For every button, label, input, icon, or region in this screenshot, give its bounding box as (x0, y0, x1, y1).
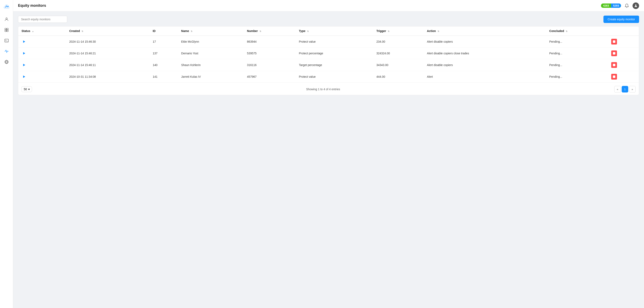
stop-icon-3 (613, 76, 615, 78)
table-header-row: Status ▲ Created ⇅ ID Name ⇅ Number ⇅ Ty… (18, 27, 639, 36)
svg-rect-2 (5, 28, 6, 30)
cell-stop-2 (608, 59, 639, 71)
svg-marker-10 (23, 52, 25, 55)
badge-group: 4283 5293 (601, 4, 621, 8)
pagination-bar: 50 ▾ Showing 1 to 4 of 4 entries « 1 » (18, 82, 639, 95)
col-type: Type ⇅ (296, 27, 373, 36)
play-button-2[interactable] (22, 63, 26, 68)
cell-concluded-2: Pending... (546, 59, 608, 71)
sidebar-item-globe[interactable] (2, 57, 11, 67)
search-input[interactable] (18, 16, 67, 23)
trigger-sort-icon: ⇅ (388, 30, 390, 32)
per-page-chevron: ▾ (28, 88, 30, 91)
cell-action-1: Alert disable copiers close trades (424, 48, 546, 59)
sidebar-item-terminal[interactable] (2, 36, 11, 45)
cell-name-3: Jarrett Kulas IV (178, 71, 244, 83)
cell-created-1: 2024-11-14 15:46:21 (66, 48, 149, 59)
pagination-info: Showing 1 to 4 of 4 entries (306, 88, 340, 91)
stop-button-2[interactable] (611, 62, 617, 68)
name-sort-icon: ⇅ (191, 30, 192, 32)
number-sort-icon: ⇅ (260, 30, 261, 32)
table-row: 2024-10-31 11:34:08 141 Jarrett Kulas IV… (18, 71, 639, 83)
page-content: Create equity monitor Status ▲ Created ⇅… (13, 12, 644, 308)
cell-trigger-1: 324324.00 (373, 48, 424, 59)
page-header: Equity monitors 4283 5293 (13, 0, 644, 12)
cell-created-2: 2024-11-14 15:46:11 (66, 59, 149, 71)
stop-icon-2 (613, 64, 615, 66)
status-sort-icon: ▲ (32, 30, 34, 32)
per-page-select[interactable]: 50 ▾ (22, 86, 32, 92)
play-button-1[interactable] (22, 51, 26, 56)
svg-marker-11 (23, 64, 25, 66)
table-row: 2024-11-14 15:46:21 137 Demario Yost 539… (18, 48, 639, 59)
svg-rect-3 (6, 28, 8, 30)
toolbar: Create equity monitor (18, 16, 639, 23)
cell-type-0: Protect value (296, 36, 373, 48)
cell-concluded-0: Pending... (546, 36, 608, 48)
cell-trigger-3: 444.00 (373, 71, 424, 83)
cell-concluded-3: Pending... (546, 71, 608, 83)
svg-rect-5 (6, 30, 8, 32)
svg-rect-4 (5, 30, 6, 32)
table-row: 2024-11-14 15:46:11 140 Shaun Kshlerin 3… (18, 59, 639, 71)
cell-action-3: Alert (424, 71, 546, 83)
page-title: Equity monitors (18, 4, 46, 8)
sidebar (0, 0, 13, 308)
create-equity-monitor-button[interactable]: Create equity monitor (604, 16, 639, 23)
equity-monitors-table-card: Status ▲ Created ⇅ ID Name ⇅ Number ⇅ Ty… (18, 26, 639, 95)
cell-action-2: Alert disable copiers (424, 59, 546, 71)
play-button-0[interactable] (22, 39, 26, 44)
cell-trigger-2: 34343.00 (373, 59, 424, 71)
cell-id-3: 141 (149, 71, 178, 83)
stop-button-3[interactable] (611, 74, 617, 80)
sidebar-item-heartbeat[interactable] (2, 47, 11, 56)
table-row: 2024-11-14 15:46:30 17 Ettie McGlynn 863… (18, 36, 639, 48)
stop-icon-1 (613, 52, 615, 55)
cell-id-1: 137 (149, 48, 178, 59)
cell-stop-0 (608, 36, 639, 48)
cell-concluded-1: Pending... (546, 48, 608, 59)
user-avatar[interactable] (632, 3, 639, 9)
col-concluded: Concluded ⇅ (546, 27, 608, 36)
created-sort-icon: ⇅ (82, 30, 83, 32)
prev-page-button[interactable]: « (614, 86, 621, 93)
stop-button-0[interactable] (611, 39, 617, 45)
col-name: Name ⇅ (178, 27, 244, 36)
cell-created-0: 2024-11-14 15:46:30 (66, 36, 149, 48)
cell-name-0: Ettie McGlynn (178, 36, 244, 48)
svg-point-0 (8, 6, 9, 7)
col-id: ID (149, 27, 178, 36)
sidebar-item-person[interactable] (2, 15, 11, 24)
stop-button-1[interactable] (611, 51, 617, 56)
cell-type-1: Protect percentage (296, 48, 373, 59)
col-status: Status ▲ (18, 27, 66, 36)
type-sort-icon: ⇅ (307, 30, 309, 32)
svg-marker-12 (23, 76, 25, 78)
notification-icon[interactable] (624, 3, 630, 9)
cell-status-3 (18, 71, 66, 83)
cell-name-1: Demario Yost (178, 48, 244, 59)
cell-id-0: 17 (149, 36, 178, 48)
next-page-button[interactable]: » (629, 86, 636, 93)
badge-count1: 4283 (601, 4, 611, 8)
header-right: 4283 5293 (601, 3, 639, 9)
cell-name-2: Shaun Kshlerin (178, 59, 244, 71)
concluded-sort-icon: ⇅ (566, 30, 568, 32)
pagination-controls: « 1 » (614, 86, 636, 93)
cell-created-3: 2024-10-31 11:34:08 (66, 71, 149, 83)
svg-marker-9 (23, 40, 25, 43)
action-sort-icon: ⇅ (438, 30, 439, 32)
svg-rect-6 (4, 39, 8, 42)
play-button-3[interactable] (22, 74, 26, 79)
cell-status-1 (18, 48, 66, 59)
col-action: Action ⇅ (424, 27, 546, 36)
col-number: Number ⇅ (244, 27, 296, 36)
page-1-button[interactable]: 1 (622, 86, 628, 93)
cell-number-3: 457967 (244, 71, 296, 83)
cell-stop-1 (608, 48, 639, 59)
col-created: Created ⇅ (66, 27, 149, 36)
stop-icon-0 (613, 40, 615, 43)
cell-number-2: 316116 (244, 59, 296, 71)
sidebar-item-grid[interactable] (2, 26, 11, 35)
main-content: Equity monitors 4283 5293 (13, 0, 644, 308)
